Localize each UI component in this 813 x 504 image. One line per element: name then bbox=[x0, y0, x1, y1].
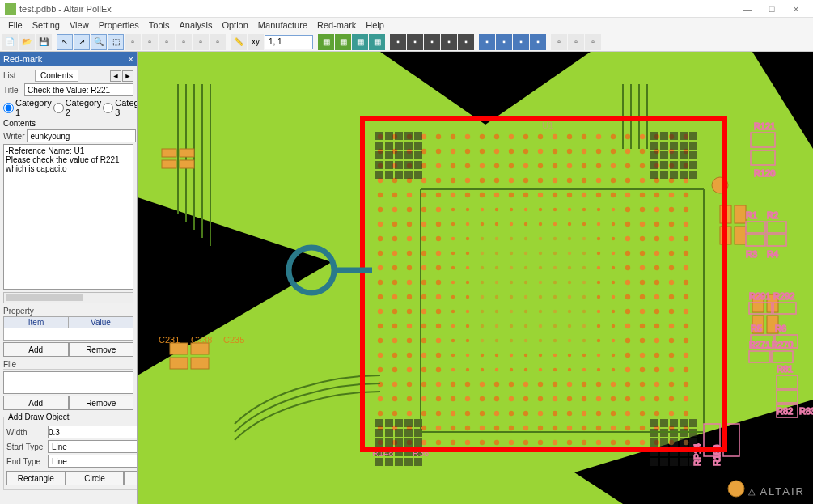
svg-text:C235: C235 bbox=[223, 335, 244, 345]
property-add-button[interactable]: Add bbox=[3, 342, 69, 357]
list-label: List bbox=[3, 71, 32, 80]
contents-textarea[interactable]: -Reference Name: U1 Please check the val… bbox=[3, 144, 133, 290]
property-remove-button[interactable]: Remove bbox=[69, 342, 134, 357]
nav-next-icon[interactable]: ► bbox=[122, 70, 133, 82]
category1-radio[interactable]: Category 1 bbox=[3, 98, 52, 117]
menu-tools[interactable]: Tools bbox=[144, 20, 175, 30]
contents-label: Contents bbox=[3, 119, 133, 128]
start-type-select[interactable]: Line bbox=[48, 440, 137, 453]
disp2-icon[interactable]: ▪ bbox=[407, 34, 423, 50]
redmark-panel: Red-mark × List Contents ◄ ► Title Categ… bbox=[0, 52, 138, 504]
open-icon[interactable]: 📂 bbox=[19, 34, 35, 50]
circle-button[interactable]: Circle bbox=[66, 471, 125, 485]
svg-point-323 bbox=[510, 339, 513, 342]
tool-c-icon[interactable]: ▫ bbox=[159, 34, 175, 50]
minimize-button[interactable]: — bbox=[735, 4, 760, 14]
zoom-area-icon[interactable]: 🔍 bbox=[91, 34, 107, 50]
select-tool-icon[interactable]: ↖ bbox=[57, 34, 73, 50]
svg-point-418 bbox=[611, 396, 616, 401]
category2-radio[interactable]: Category 2 bbox=[53, 98, 102, 117]
extra3-icon[interactable]: ▫ bbox=[585, 34, 601, 50]
contents-tab[interactable]: Contents bbox=[35, 70, 78, 82]
disp4-icon[interactable]: ▪ bbox=[441, 34, 457, 50]
svg-point-346 bbox=[524, 354, 527, 357]
menu-view[interactable]: View bbox=[65, 20, 94, 30]
svg-point-14 bbox=[494, 134, 499, 139]
extra2-icon[interactable]: ▫ bbox=[568, 34, 584, 50]
xy-icon[interactable]: xy bbox=[248, 34, 264, 50]
new-icon[interactable]: 📄 bbox=[2, 34, 18, 50]
svg-rect-582 bbox=[680, 438, 688, 447]
disp5-icon[interactable]: ▪ bbox=[458, 34, 474, 50]
svg-point-364 bbox=[466, 368, 469, 371]
save-icon[interactable]: 💾 bbox=[36, 34, 52, 50]
measure-icon[interactable]: 📏 bbox=[231, 34, 247, 50]
svg-point-309 bbox=[625, 324, 630, 328]
writer-input[interactable] bbox=[27, 129, 136, 142]
tool-b-icon[interactable]: ▫ bbox=[142, 34, 158, 50]
file-add-button[interactable]: Add bbox=[3, 396, 69, 410]
layer4-icon[interactable]: ▦ bbox=[369, 34, 385, 50]
svg-rect-508 bbox=[404, 161, 413, 169]
panel-close-icon[interactable]: × bbox=[129, 54, 133, 64]
svg-point-486 bbox=[640, 440, 645, 445]
menu-redmark[interactable]: Red-mark bbox=[312, 20, 361, 30]
svg-point-134 bbox=[640, 207, 645, 212]
tool-a-icon[interactable]: ▫ bbox=[125, 34, 141, 50]
svg-point-57 bbox=[480, 163, 485, 168]
category3-radio[interactable]: Category 3 bbox=[103, 98, 137, 117]
disp1-icon[interactable]: ▪ bbox=[390, 34, 406, 50]
svg-point-15 bbox=[509, 134, 514, 139]
mode4-icon[interactable]: ▪ bbox=[530, 34, 546, 50]
tool-f-icon[interactable]: ▫ bbox=[210, 34, 226, 50]
menu-analysis[interactable]: Analysis bbox=[174, 20, 217, 30]
coordinate-readout[interactable]: 1, 1 bbox=[265, 35, 313, 49]
nav-prev-icon[interactable]: ◄ bbox=[110, 70, 121, 82]
panel-header[interactable]: Red-mark × bbox=[0, 52, 137, 66]
extra1-icon[interactable]: ▫ bbox=[551, 34, 567, 50]
tool-e-icon[interactable]: ▫ bbox=[193, 34, 209, 50]
svg-point-32 bbox=[436, 149, 441, 154]
svg-point-382 bbox=[407, 382, 412, 387]
nav-tool-icon[interactable]: ↗ bbox=[74, 34, 90, 50]
horizontal-scrollbar[interactable] bbox=[3, 292, 133, 303]
mode3-icon[interactable]: ▪ bbox=[513, 34, 529, 50]
close-button[interactable]: × bbox=[784, 4, 808, 14]
svg-point-110 bbox=[611, 193, 616, 197]
title-input[interactable] bbox=[24, 83, 133, 96]
pcb-viewport[interactable]: R121 R120 R1 R2 R3 R4 R5 R6 RP14 R159 R8… bbox=[138, 52, 813, 504]
menu-manufacture[interactable]: Manufacture bbox=[253, 20, 312, 30]
window-title: test.pdbb - Altair PollEx bbox=[19, 4, 735, 14]
svg-point-224 bbox=[669, 265, 674, 270]
menu-file[interactable]: File bbox=[3, 20, 28, 30]
width-input[interactable] bbox=[48, 426, 137, 438]
tool-d-icon[interactable]: ▫ bbox=[176, 34, 192, 50]
maximize-button[interactable]: □ bbox=[760, 4, 784, 14]
svg-point-474 bbox=[465, 440, 470, 445]
layer3-icon[interactable]: ▦ bbox=[352, 34, 368, 50]
end-type-select[interactable]: Line bbox=[48, 455, 137, 468]
zoom-fit-icon[interactable]: ⬚ bbox=[108, 34, 124, 50]
svg-point-458 bbox=[553, 426, 557, 430]
file-list[interactable] bbox=[3, 371, 133, 394]
disp3-icon[interactable]: ▪ bbox=[424, 34, 440, 50]
menu-option[interactable]: Option bbox=[217, 20, 252, 30]
layer1-icon[interactable]: ▦ bbox=[318, 34, 334, 50]
svg-point-266 bbox=[640, 294, 645, 299]
mode1-icon[interactable]: ▪ bbox=[479, 34, 495, 50]
svg-point-435 bbox=[538, 411, 543, 416]
menu-setting[interactable]: Setting bbox=[28, 20, 65, 30]
svg-point-178 bbox=[640, 236, 645, 241]
svg-rect-575 bbox=[670, 419, 678, 427]
svg-text:R4: R4 bbox=[767, 249, 778, 259]
svg-point-434 bbox=[523, 411, 528, 416]
file-remove-button[interactable]: Remove bbox=[69, 396, 134, 410]
menu-properties[interactable]: Properties bbox=[94, 20, 144, 30]
svg-rect-538 bbox=[689, 161, 697, 169]
property-grid[interactable]: Item Value bbox=[3, 316, 133, 341]
rectangle-button[interactable]: Rectangle bbox=[6, 471, 66, 485]
menu-help[interactable]: Help bbox=[361, 20, 389, 30]
layer2-icon[interactable]: ▦ bbox=[335, 34, 351, 50]
mode2-icon[interactable]: ▪ bbox=[496, 34, 512, 50]
freeform-button[interactable]: Freeform bbox=[124, 471, 137, 485]
